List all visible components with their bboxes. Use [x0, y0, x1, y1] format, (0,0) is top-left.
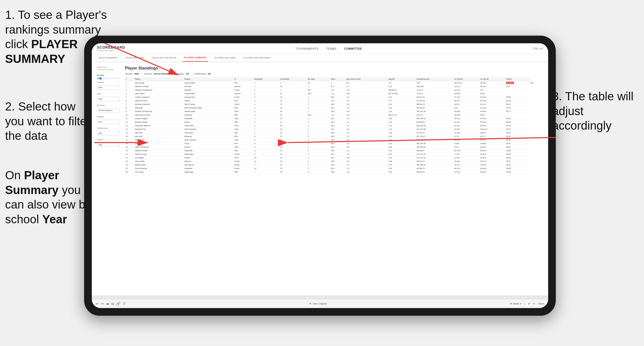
slider-track: [97, 78, 120, 79]
table-cell: 1.15: [388, 124, 416, 128]
table-body: 1Wenyi DingArizona StateFirst1115167.1-3…: [125, 81, 543, 174]
table-cell: 23: [279, 113, 307, 117]
table-cell: 1.43: [388, 156, 416, 160]
tablet-screen: SCOREBOARD Powered by clippd TOURNAMENTS…: [92, 43, 548, 308]
table-cell: 69.0: [330, 124, 345, 128]
table-row: 25Cole SherwoodVanderbiltFourth1223169.3…: [125, 167, 543, 170]
table-cell: 5: [125, 95, 134, 99]
table-cell: David Ford: [134, 138, 184, 142]
table-cell: 9: [254, 149, 279, 153]
table-cell: Luke Claton: [134, 92, 184, 95]
region-select[interactable]: N/A: [97, 120, 120, 124]
gender-select[interactable]: Men: [97, 85, 120, 90]
table-region-label: Region:: [177, 73, 185, 75]
table-cell: 5: [254, 145, 279, 149]
table-cell: 38-46-4: [479, 124, 505, 128]
subnav-player-h2h-heatmap[interactable]: PLAYER H2H HEATMAP: [242, 54, 272, 62]
table-cell: 7: [254, 128, 279, 131]
table-cell: 387-133-16: [416, 117, 454, 120]
table-cell: Fifth: [234, 113, 254, 117]
table-cell: Jackson Koivun: [134, 99, 184, 103]
no-rds-slider[interactable]: [97, 78, 120, 79]
table-conference-value: All: [208, 73, 211, 75]
subnav-player-h2h-grid[interactable]: PLAYER H2H GRID: [213, 54, 237, 62]
table-cell: Third: [234, 117, 254, 120]
nav-teams[interactable]: TEAMS: [326, 47, 336, 50]
division-select[interactable]: NCAA Division I: [97, 108, 120, 113]
table-cell: 562-82-23: [416, 170, 454, 174]
nav-tournaments[interactable]: TOURNAMENTS: [295, 47, 318, 50]
table-cell: Third: [234, 138, 254, 142]
table-cell: Third: [234, 156, 254, 160]
table-cell: 0.87: [388, 153, 416, 156]
table-cell: Georgia Tech: [184, 95, 234, 99]
top-nav: SCOREBOARD Powered by clippd TOURNAMENTS…: [92, 43, 548, 54]
table-cell: 27: [279, 92, 307, 95]
table-cell: New Mexico: [184, 163, 234, 167]
table-region-filter: Region: All: [177, 73, 189, 75]
table-cell: 31-15-1: [454, 120, 480, 124]
subnav-team-summary[interactable]: TEAM SUMMARY: [97, 54, 119, 62]
conference-select[interactable]: (All): [97, 131, 120, 135]
table-row: 2Michael Le SassoOle MissSecond118067.1-…: [125, 85, 543, 88]
table-cell: 46.95: [505, 167, 530, 170]
region-label: Region: [97, 116, 120, 118]
table-cell: Auburn: [184, 99, 234, 103]
table-cell: 66.04: [479, 92, 505, 95]
table-cell: -1.2: [345, 149, 388, 153]
main-content: Update time: 27/03/2024 16:56:26 No Rds.: [92, 62, 548, 295]
table-cell: 68.5: [330, 131, 345, 135]
table-cell: 78.2: [505, 85, 530, 88]
table-cell: 24-10-4: [479, 103, 505, 106]
col-year: Yr: [234, 77, 254, 81]
table-cell: 1: [125, 81, 134, 85]
table-cell: Fifth: [234, 131, 254, 135]
subnav-player-summary[interactable]: PLAYER SUMMARY: [183, 54, 208, 62]
table-filter-row: Gender: Men Division: NCAA Division I Re…: [125, 73, 543, 75]
logo-sub: Powered by clippd: [97, 49, 125, 52]
table-cell: 27: [279, 99, 307, 103]
table-cell: Fourth: [234, 160, 254, 163]
table-cell: Fifth: [234, 149, 254, 153]
table-cell: 1.47: [345, 88, 388, 92]
table-cell: 0: [307, 131, 330, 135]
nav-sign-out[interactable]: | Sign out: [532, 47, 543, 50]
table-cell: 1.61: [388, 149, 416, 153]
table-cell: 11: [254, 160, 279, 163]
table-cell: 489-72-25: [388, 113, 416, 117]
table-cell: 48.68: [505, 156, 530, 160]
col-points: Points: [505, 77, 530, 81]
table-cell: Nicholas Gabrelcik: [134, 103, 184, 106]
table-cell: Michael Thorbjornsen: [134, 88, 184, 92]
subnav-team-h2h-grid[interactable]: TEAM H2H GRID: [124, 54, 146, 62]
table-cell: 23: [125, 160, 134, 163]
table-cell: 1.65: [388, 167, 416, 170]
table-cell: 14-3-3: [454, 103, 480, 106]
table-cell: 3: [125, 88, 134, 92]
table-cell: -2.5: [345, 95, 388, 99]
table-cell: 68.7: [330, 156, 345, 160]
table-cell: 19-39-2: [454, 110, 480, 113]
table-cell: Vanderbilt: [184, 149, 234, 153]
subnav-team-h2h-heatmap[interactable]: TEAM H2H HEATMAP: [151, 54, 178, 62]
table-cell: -1.5: [330, 113, 345, 117]
table-cell: 452-96-12: [416, 167, 454, 170]
table-cell: -1.5: [345, 131, 388, 135]
table-cell: 68.0: [330, 95, 345, 99]
instruction-step3: 3. The table will adjust accordingly: [552, 89, 639, 133]
table-cell: Arkansas: [184, 113, 234, 117]
table-cell: 12: [254, 167, 279, 170]
table-cell: 25-42-9: [479, 153, 505, 156]
player-select[interactable]: (All): [97, 143, 120, 147]
table-cell: 23: [279, 153, 307, 156]
table-cell: 28-15-0: [479, 81, 505, 85]
table-cell: Arizona: [184, 145, 234, 149]
year-select[interactable]: (All): [97, 97, 120, 101]
table-cell: 2.72: [388, 99, 416, 103]
table-cell: 26-23-1: [454, 167, 480, 170]
table-cell: 3: [254, 110, 279, 113]
table-division-value: NCAA Division I: [154, 73, 172, 75]
table-conference-label: Conference:: [194, 73, 206, 75]
table-cell: 10-11-1: [454, 163, 480, 167]
nav-committee[interactable]: COMMITTEE: [344, 47, 362, 50]
